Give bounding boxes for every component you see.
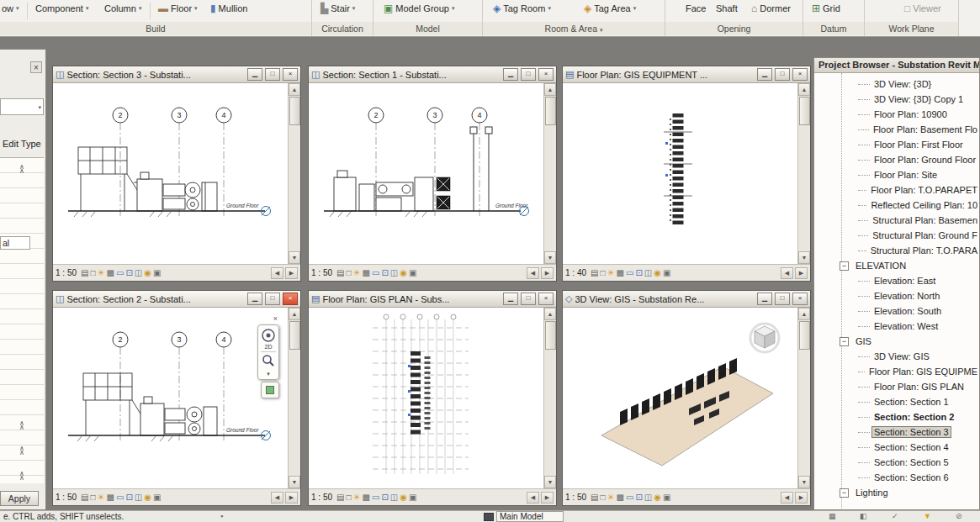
drawing-canvas[interactable] xyxy=(563,83,797,264)
reveal-hidden-icon[interactable]: ◉ xyxy=(144,493,151,503)
scroll-left-icon[interactable]: ◀ xyxy=(527,267,539,279)
sun-path-icon[interactable]: ☀ xyxy=(607,268,615,278)
shadows-icon[interactable]: ▩ xyxy=(363,493,370,503)
design-option-select[interactable]: Main Model xyxy=(496,511,564,522)
viewer-button[interactable]: □Viewer xyxy=(903,3,943,14)
hide-isolate-icon[interactable]: ◫ xyxy=(135,493,142,503)
tree-item[interactable]: Structural Plan: T.O.PARA xyxy=(814,243,979,258)
navigation-bar[interactable]: × 2D ▾ xyxy=(254,314,279,398)
tree-item[interactable]: Section: Section 5 xyxy=(814,455,979,470)
tree-item[interactable]: −Lighting xyxy=(814,485,979,500)
show-crop-icon[interactable]: ⊡ xyxy=(125,268,132,278)
hide-isolate-icon[interactable]: ◫ xyxy=(135,268,142,278)
shadows-icon[interactable]: ▩ xyxy=(617,268,624,278)
tree-item[interactable]: Elevation: East xyxy=(814,273,979,288)
dormer-button[interactable]: ⌂Dormer xyxy=(750,3,792,14)
tree-item[interactable]: Floor Plan: Site xyxy=(814,167,979,182)
unlocked-view-icon[interactable]: ▣ xyxy=(153,493,161,503)
scroll-up-icon[interactable]: ▲ xyxy=(544,308,556,320)
vertical-scrollbar[interactable]: ▲▼ xyxy=(797,83,810,264)
close-button[interactable]: × xyxy=(792,293,808,305)
tag-area-button[interactable]: ◈Tag Area▾ xyxy=(582,3,638,14)
tree-item[interactable]: 3D View: {3D} xyxy=(814,76,979,92)
reveal-hidden-icon[interactable]: ◉ xyxy=(400,493,407,503)
by-face-button[interactable]: Face xyxy=(684,3,707,14)
worksets-icon[interactable]: ▦ xyxy=(829,512,836,520)
scroll-right-icon[interactable]: ▶ xyxy=(795,492,808,504)
chevron-down-icon[interactable]: ▾ xyxy=(267,371,270,377)
status-icon[interactable]: ▪ xyxy=(220,512,223,520)
restore-button[interactable]: □ xyxy=(265,68,280,81)
mullion-button[interactable]: ▮Mullion xyxy=(209,3,249,14)
property-value[interactable]: al xyxy=(0,236,30,250)
vertical-scrollbar[interactable]: ▲▼ xyxy=(288,83,300,264)
tree-item[interactable]: Elevation: North xyxy=(814,288,979,303)
scroll-left-icon[interactable]: ◀ xyxy=(781,267,793,279)
hide-isolate-icon[interactable]: ◫ xyxy=(644,493,652,503)
restore-button[interactable]: □ xyxy=(521,68,536,81)
apply-button[interactable]: Apply xyxy=(0,491,39,506)
tree-item[interactable]: Structural Plan: Ground F xyxy=(814,228,979,243)
crop-view-icon[interactable]: ▭ xyxy=(626,268,633,278)
scroll-right-icon[interactable]: ▶ xyxy=(541,492,554,504)
tag-room-button[interactable]: ◈Tag Room▾ xyxy=(491,3,553,14)
edit-type-button[interactable]: Edit Type xyxy=(3,139,41,149)
group-collapse-icon[interactable]: ∧∧ xyxy=(17,472,27,480)
shadows-icon[interactable]: ▩ xyxy=(107,493,114,503)
viewport-titlebar[interactable]: ◇ 3D View: GIS - Substation Re... ▁ □ × xyxy=(563,291,810,308)
minimize-button[interactable]: ▁ xyxy=(247,293,262,305)
shadows-icon[interactable]: ▩ xyxy=(363,268,370,278)
scale-button[interactable]: 1 : 50 xyxy=(56,493,77,502)
steering-wheel-icon[interactable] xyxy=(261,328,276,345)
close-icon[interactable]: × xyxy=(273,314,279,323)
tree-item[interactable]: Reflected Ceiling Plan: 10 xyxy=(814,198,979,213)
scrollbar-thumb[interactable] xyxy=(799,321,810,350)
drawing-canvas[interactable]: 2 3 4 xyxy=(53,83,288,264)
visual-style-icon[interactable]: □ xyxy=(600,493,605,503)
show-crop-icon[interactable]: ⊡ xyxy=(381,268,388,278)
editable-only-icon[interactable]: ✓ xyxy=(892,512,898,520)
detail-level-icon[interactable]: ▤ xyxy=(591,493,598,503)
minimize-button[interactable]: ▁ xyxy=(757,293,772,305)
tree-item[interactable]: Floor Plan: Ground Floor xyxy=(814,152,979,167)
close-button[interactable]: × xyxy=(283,68,298,81)
tree-item[interactable]: Floor Plan: 10900 xyxy=(814,107,979,122)
minimize-button[interactable]: ▁ xyxy=(247,68,262,81)
restore-button[interactable]: □ xyxy=(521,293,536,305)
tree-expander-icon[interactable]: − xyxy=(840,488,849,498)
unlocked-view-icon[interactable]: ▣ xyxy=(409,493,416,503)
viewport-titlebar[interactable]: ◫ Section: Section 1 - Substati... ▁ □ × xyxy=(309,66,556,83)
detail-level-icon[interactable]: ▤ xyxy=(81,493,88,503)
scrollbar-thumb[interactable] xyxy=(289,321,300,350)
tree-expander-icon[interactable]: − xyxy=(840,337,849,346)
tree-item[interactable]: Section: Section 6 xyxy=(814,470,979,485)
window-button[interactable]: ow▾ xyxy=(0,3,21,14)
group-collapse-icon[interactable]: ∧∧ xyxy=(17,446,27,455)
filter-icon[interactable]: ▼ xyxy=(924,512,931,520)
zoom-icon[interactable] xyxy=(262,354,275,369)
scroll-left-icon[interactable]: ◀ xyxy=(781,492,793,504)
unlocked-view-icon[interactable]: ▣ xyxy=(409,268,416,278)
show-crop-icon[interactable]: ⊡ xyxy=(635,268,642,278)
stair-button[interactable]: ▙Stair▾ xyxy=(319,3,357,14)
tree-item[interactable]: 3D View: GIS xyxy=(814,349,979,364)
crop-view-icon[interactable]: ▭ xyxy=(372,493,379,503)
scroll-up-icon[interactable]: ▲ xyxy=(798,83,810,96)
design-options-icon[interactable]: ◧ xyxy=(860,512,867,520)
tree-item[interactable]: −GIS xyxy=(814,334,979,349)
show-crop-icon[interactable]: ⊡ xyxy=(635,493,642,503)
type-selector[interactable]: ▾ xyxy=(0,98,44,115)
scroll-left-icon[interactable]: ◀ xyxy=(527,492,539,504)
shaft-button[interactable]: Shaft xyxy=(714,3,739,14)
shadows-icon[interactable]: ▩ xyxy=(107,268,114,278)
viewport-titlebar[interactable]: ◫ Section: Section 2 - Substati... ▁ □ × xyxy=(53,291,300,308)
vertical-scrollbar[interactable]: ▲▼ xyxy=(797,308,810,488)
viewport-titlebar[interactable]: ▤ Floor Plan: GIS PLAN - Subs... ▁ □ × xyxy=(309,291,556,308)
scroll-down-icon[interactable]: ▼ xyxy=(544,476,556,488)
minimize-button[interactable]: ▁ xyxy=(503,293,518,305)
scroll-up-icon[interactable]: ▲ xyxy=(544,83,556,96)
sun-path-icon[interactable]: ☀ xyxy=(607,493,615,503)
crop-view-icon[interactable]: ▭ xyxy=(372,268,379,278)
show-crop-icon[interactable]: ⊡ xyxy=(125,493,132,503)
hide-isolate-icon[interactable]: ◫ xyxy=(644,268,652,278)
